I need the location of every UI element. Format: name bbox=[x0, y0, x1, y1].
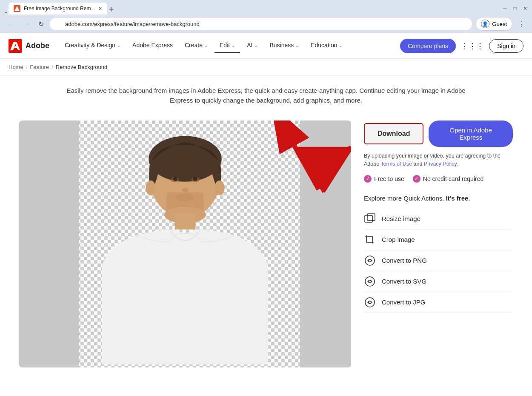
convert-svg-icon bbox=[364, 275, 376, 287]
svg-point-26 bbox=[365, 256, 375, 265]
maximize-button[interactable]: □ bbox=[512, 5, 518, 12]
convert-jpg-icon bbox=[364, 296, 376, 308]
adobe-logo[interactable]: Adobe bbox=[9, 39, 49, 53]
action-buttons: Download Open in Adobe Express bbox=[364, 121, 513, 147]
svg-point-13 bbox=[193, 177, 197, 181]
nav-business[interactable]: Business ⌄ bbox=[264, 38, 304, 53]
tab-title: Free Image Background Rem... bbox=[24, 6, 95, 11]
convert-png-icon bbox=[364, 255, 376, 267]
terms-of-use-link[interactable]: Terms of Use bbox=[380, 161, 412, 167]
free-to-use-label: Free to use bbox=[374, 175, 404, 182]
nav-adobe-express[interactable]: Adobe Express bbox=[127, 38, 178, 53]
close-window-button[interactable]: ✕ bbox=[522, 5, 529, 12]
svg-rect-24 bbox=[367, 214, 375, 221]
profile-icon: 👤 bbox=[481, 20, 489, 28]
svg-point-30 bbox=[365, 298, 375, 307]
feature-badges: ✓ Free to use ✓ No credit card required bbox=[364, 175, 513, 183]
sign-in-button[interactable]: Sign in bbox=[489, 39, 523, 53]
browser-titlebar: ⌄ Free Image Background Rem... × + ─ □ ✕ bbox=[0, 0, 532, 14]
breadcrumb-current: Remove Background bbox=[56, 64, 107, 70]
nav-items: Creativity & Design ⌄ Adobe Express Crea… bbox=[60, 38, 400, 53]
svg-point-28 bbox=[365, 277, 375, 286]
breadcrumb-feature[interactable]: Feature bbox=[30, 64, 49, 70]
convert-svg-label: Convert to SVG bbox=[382, 278, 426, 285]
site-navigation: Adobe Creativity & Design ⌄ Adobe Expres… bbox=[0, 33, 532, 59]
breadcrumb-sep-2: / bbox=[51, 64, 53, 70]
svg-point-27 bbox=[369, 259, 371, 262]
minimize-button[interactable]: ─ bbox=[501, 5, 508, 12]
resize-icon bbox=[364, 213, 376, 225]
main-content: Download Open in Adobe Express By upload… bbox=[11, 114, 521, 385]
browser-menu-button[interactable]: ⋮ bbox=[516, 18, 527, 29]
svg-rect-18 bbox=[175, 213, 196, 230]
svg-point-14 bbox=[182, 188, 189, 192]
checkmark-icon-2: ✓ bbox=[413, 175, 420, 183]
tab-close-button[interactable]: × bbox=[98, 5, 102, 12]
checkmark-icon: ✓ bbox=[364, 175, 372, 183]
nav-edit[interactable]: Edit ⌄ bbox=[215, 38, 240, 53]
chevron-down-icon: ⌄ bbox=[339, 43, 342, 48]
nav-create[interactable]: Create ⌄ bbox=[180, 38, 213, 53]
window-controls: ─ □ ✕ bbox=[501, 5, 529, 12]
breadcrumb-home[interactable]: Home bbox=[9, 64, 23, 70]
svg-rect-25 bbox=[366, 236, 372, 242]
adobe-icon bbox=[9, 39, 22, 53]
resize-image-label: Resize image bbox=[382, 215, 420, 222]
svg-point-31 bbox=[369, 301, 371, 304]
breadcrumb-sep-1: / bbox=[26, 64, 28, 70]
no-credit-card-badge: ✓ No credit card required bbox=[413, 175, 483, 183]
new-tab-button[interactable]: + bbox=[107, 5, 116, 14]
tab-favicon bbox=[14, 5, 20, 12]
free-to-use-badge: ✓ Free to use bbox=[364, 175, 404, 183]
profile-button[interactable]: 👤 Guest bbox=[475, 17, 512, 31]
crop-icon bbox=[364, 234, 376, 246]
resize-image-action[interactable]: Resize image bbox=[364, 209, 513, 230]
hero-description: Easily remove the background from images… bbox=[53, 76, 479, 114]
svg-point-19 bbox=[146, 181, 155, 195]
svg-point-29 bbox=[369, 280, 371, 283]
download-button[interactable]: Download bbox=[364, 123, 423, 144]
person-image bbox=[19, 121, 351, 367]
svg-rect-23 bbox=[365, 215, 372, 222]
crop-image-label: Crop image bbox=[382, 236, 415, 243]
no-credit-card-label: No credit card required bbox=[423, 175, 483, 182]
privacy-policy-link[interactable]: Privacy Policy. bbox=[424, 161, 458, 167]
convert-jpg-action[interactable]: Convert to JPG bbox=[364, 292, 513, 313]
tab-list: ⌄ Free Image Background Rem... × + bbox=[3, 3, 500, 14]
active-tab[interactable]: Free Image Background Rem... × bbox=[9, 3, 107, 14]
adobe-text: Adobe bbox=[26, 41, 49, 50]
convert-jpg-label: Convert to JPG bbox=[382, 298, 426, 306]
address-bar-wrapper: 🔒 bbox=[50, 18, 472, 30]
forward-button[interactable]: → bbox=[20, 18, 32, 29]
reload-button[interactable]: ↻ bbox=[36, 18, 46, 30]
convert-png-action[interactable]: Convert to PNG bbox=[364, 250, 513, 271]
svg-point-12 bbox=[173, 177, 177, 181]
compare-plans-button[interactable]: Compare plans bbox=[400, 39, 456, 53]
apps-grid-icon[interactable]: ⋮⋮⋮ bbox=[461, 41, 484, 51]
page-content: Adobe Creativity & Design ⌄ Adobe Expres… bbox=[0, 33, 532, 385]
chevron-down-icon: ⌄ bbox=[117, 43, 120, 48]
recent-tabs-button[interactable]: ⌄ bbox=[3, 8, 9, 14]
profile-label: Guest bbox=[492, 21, 507, 27]
chevron-down-icon: ⌄ bbox=[204, 43, 208, 48]
crop-image-action[interactable]: Crop image bbox=[364, 230, 513, 250]
image-preview-area bbox=[19, 121, 351, 367]
chevron-down-icon: ⌄ bbox=[232, 43, 235, 48]
browser-toolbar: ← → ↻ 🔒 👤 Guest ⋮ bbox=[0, 14, 532, 33]
upload-note: By uploading your image or video, you ar… bbox=[364, 152, 513, 168]
open-in-express-button[interactable]: Open in Adobe Express bbox=[429, 121, 513, 147]
convert-png-label: Convert to PNG bbox=[382, 257, 427, 264]
chevron-down-icon: ⌄ bbox=[254, 43, 257, 48]
nav-creativity-design[interactable]: Creativity & Design ⌄ bbox=[60, 38, 126, 53]
browser-chrome: ⌄ Free Image Background Rem... × + ─ □ ✕… bbox=[0, 0, 532, 33]
address-bar[interactable] bbox=[50, 18, 472, 30]
nav-right: Compare plans ⋮⋮⋮ Sign in bbox=[400, 39, 523, 53]
back-button[interactable]: ← bbox=[5, 18, 17, 29]
nav-education[interactable]: Education ⌄ bbox=[306, 38, 347, 53]
nav-ai[interactable]: AI ⌄ bbox=[242, 38, 263, 53]
svg-point-20 bbox=[215, 181, 224, 195]
chevron-down-icon: ⌄ bbox=[295, 43, 299, 48]
right-panel: Download Open in Adobe Express By upload… bbox=[351, 121, 513, 367]
convert-svg-action[interactable]: Convert to SVG bbox=[364, 271, 513, 292]
breadcrumb: Home / Feature / Remove Background bbox=[0, 59, 532, 76]
